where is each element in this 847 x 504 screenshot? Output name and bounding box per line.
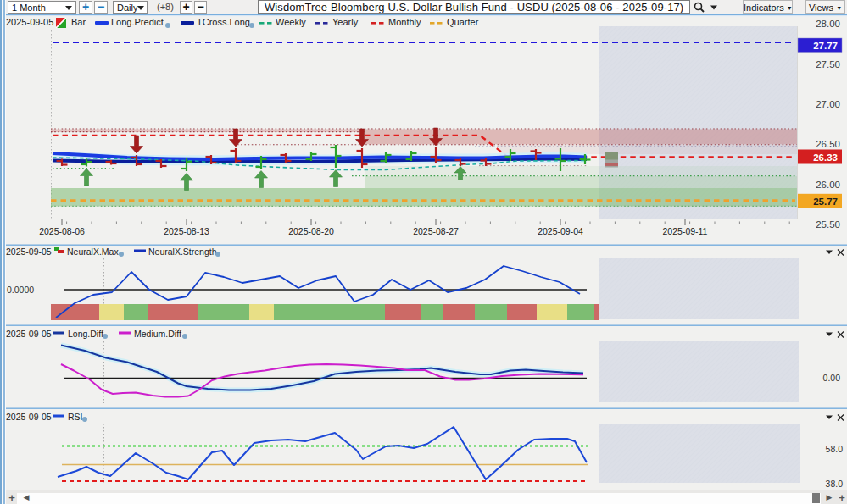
svg-text:26.50: 26.50 [816, 139, 840, 149]
svg-text:2025-08-13: 2025-08-13 [164, 226, 209, 236]
svg-text:27.50: 27.50 [816, 59, 840, 69]
svg-text:NeuralX.Max: NeuralX.Max [67, 246, 119, 257]
svg-text:27.00: 27.00 [816, 99, 840, 109]
svg-text:Long.Diff: Long.Diff [68, 329, 103, 339]
svg-text:TCross.Long: TCross.Long [197, 17, 250, 27]
svg-text:2025-09-11: 2025-09-11 [663, 226, 708, 236]
svg-text:0.00: 0.00 [823, 373, 841, 383]
svg-text:2025-09-05: 2025-09-05 [6, 412, 52, 422]
svg-text:28.00: 28.00 [816, 19, 840, 29]
svg-text:2025-09-04: 2025-09-04 [538, 226, 583, 236]
svg-text:Yearly: Yearly [332, 17, 359, 27]
svg-text:2025-09-05: 2025-09-05 [6, 329, 52, 339]
svg-text:2025-09-05: 2025-09-05 [6, 246, 52, 257]
svg-text:38.0: 38.0 [826, 479, 844, 489]
svg-text:Weekly: Weekly [276, 17, 306, 27]
svg-text:26.33: 26.33 [813, 152, 838, 163]
svg-text:NeuralX.Strength: NeuralX.Strength [148, 246, 217, 257]
svg-text:26.00: 26.00 [816, 180, 840, 190]
svg-text:Monthly: Monthly [388, 17, 421, 27]
svg-text:58.0: 58.0 [826, 444, 844, 454]
svg-text:2025-08-06: 2025-08-06 [39, 226, 85, 236]
svg-text:2025-08-20: 2025-08-20 [288, 226, 334, 236]
svg-text:0.0000: 0.0000 [7, 285, 34, 295]
svg-text:Quarter: Quarter [447, 17, 479, 27]
svg-text:25.50: 25.50 [816, 219, 840, 230]
svg-text:25.77: 25.77 [813, 197, 838, 207]
svg-text:27.77: 27.77 [813, 41, 838, 51]
svg-text:2025-08-27: 2025-08-27 [413, 226, 459, 236]
svg-text:Medium.Diff: Medium.Diff [134, 329, 181, 339]
svg-text:Bar: Bar [71, 17, 86, 27]
svg-text:2025-09-05: 2025-09-05 [6, 17, 53, 27]
svg-text:RSI: RSI [68, 412, 83, 422]
svg-text:Long.Predict: Long.Predict [111, 17, 164, 27]
